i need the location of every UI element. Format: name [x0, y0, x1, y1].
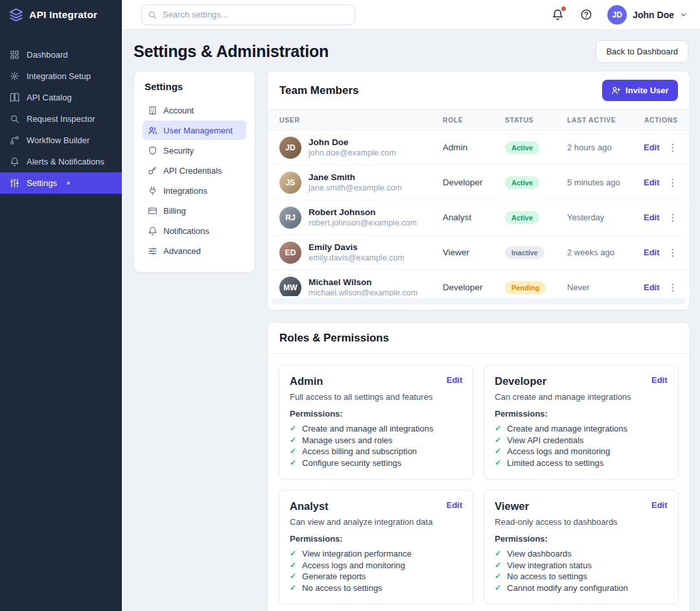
role-description: Can create and manage integrations [495, 392, 667, 402]
check-icon: ✓ [290, 446, 296, 457]
team-members-title: Team Members [279, 84, 359, 97]
search-icon [10, 114, 19, 124]
avatar: JD [279, 137, 301, 159]
check-icon: ✓ [290, 548, 296, 560]
edit-role-link[interactable]: Edit [651, 500, 668, 510]
edit-member-link[interactable]: Edit [644, 248, 660, 257]
table-scroll-strip[interactable] [272, 298, 686, 305]
role-card-header: Analyst Edit [290, 500, 462, 513]
kebab-menu-icon[interactable]: ⋮ [668, 213, 678, 222]
settings-item-advanced[interactable]: Advanced [143, 241, 246, 260]
check-icon: ✓ [495, 457, 501, 469]
check-icon: ✓ [290, 435, 296, 446]
edit-member-link[interactable]: Edit [644, 143, 660, 152]
member-role: Viewer [443, 248, 505, 257]
member-email: jane.smith@example.com [309, 183, 402, 192]
help-button[interactable] [579, 8, 593, 22]
invite-user-button[interactable]: Invite User [602, 80, 677, 101]
edit-member-link[interactable]: Edit [644, 178, 660, 187]
settings-item-api-credentials[interactable]: API Credentials [143, 161, 246, 180]
sidebar-item-dashboard[interactable]: Dashboard [0, 44, 122, 65]
permission-item: ✓Cannot modify any configuration [495, 582, 667, 594]
status-badge: Inactive [505, 246, 544, 259]
column-last-active: LAST ACTIVE [567, 116, 644, 124]
notifications-button[interactable] [550, 8, 565, 22]
edit-member-link[interactable]: Edit [644, 282, 660, 292]
check-icon: ✓ [290, 560, 296, 571]
user-menu[interactable]: JD John Doe [607, 5, 687, 25]
permission-text: Cannot modify any configuration [507, 582, 627, 594]
settings-item-security[interactable]: Security [143, 141, 246, 160]
settings-indicator-dot [67, 181, 70, 185]
building-icon [148, 106, 158, 115]
permissions-label: Permissions: [290, 534, 462, 544]
edit-role-link[interactable]: Edit [447, 375, 463, 385]
sidebar-item-label: Alerts & Notifications [27, 157, 104, 167]
sidebar-item-label: Workflow Builder [27, 135, 89, 145]
invite-user-label: Invite User [625, 86, 668, 95]
edit-role-link[interactable]: Edit [447, 500, 463, 510]
edit-member-link[interactable]: Edit [644, 213, 660, 222]
sidebar-item-workflow-builder[interactable]: Workflow Builder [0, 130, 122, 151]
brand: API Integrator [0, 0, 122, 30]
permission-text: Generate reports [302, 571, 366, 582]
sidebar-item-api-catalog[interactable]: API Catalog [0, 87, 122, 108]
permission-text: Manage users and roles [302, 435, 392, 446]
permission-text: Access logs and monitoring [507, 446, 610, 457]
permission-item: ✓Access billing and subscription [290, 446, 462, 457]
permission-item: ✓Access logs and monitoring [495, 446, 667, 457]
roles-permissions-card: Roles & Permissions Admin Edit Full acce… [267, 322, 690, 611]
plug-icon [148, 186, 158, 196]
kebab-menu-icon[interactable]: ⋮ [668, 178, 678, 187]
permissions-label: Permissions: [290, 409, 462, 419]
permission-text: Create and manage integrations [507, 423, 627, 435]
permission-text: Create and manage all integrations [302, 423, 433, 435]
permissions-list: ✓View integration performance✓Access log… [290, 548, 462, 594]
check-icon: ✓ [290, 571, 296, 582]
permission-item: ✓View integration performance [290, 548, 462, 560]
kebab-menu-icon[interactable]: ⋮ [668, 143, 678, 152]
member-role: Analyst [443, 213, 505, 222]
settings-item-account[interactable]: Account [143, 100, 246, 120]
sidebar-item-integration-setup[interactable]: Integration Setup [0, 65, 122, 87]
column-role: ROLE [443, 116, 505, 124]
actions-cell: Edit ⋮ [644, 178, 678, 187]
search-icon [148, 10, 157, 19]
sidebar-item-label: API Catalog [27, 93, 71, 102]
role-card-header: Developer Edit [495, 375, 667, 387]
user-plus-icon [611, 86, 621, 95]
sidebar-item-settings[interactable]: Settings [0, 172, 122, 194]
user-cell: JD John Doe john.doe@example.com [279, 137, 443, 159]
sidebar-item-request-inspector[interactable]: Request Inspector [0, 108, 122, 130]
content-layout: Settings Account User Management Securit… [122, 71, 700, 611]
settings-item-billing[interactable]: Billing [143, 201, 246, 220]
permissions-label: Permissions: [495, 409, 667, 419]
member-role: Developer [443, 282, 505, 292]
member-role: Developer [443, 178, 505, 187]
table-body: JD John Doe john.doe@example.com Admin A… [268, 130, 690, 296]
column-actions: ACTIONS [644, 116, 678, 124]
sidebar: API Integrator Dashboard Integration Set… [0, 0, 122, 611]
settings-item-integrations[interactable]: Integrations [143, 181, 246, 200]
settings-item-user-management[interactable]: User Management [143, 121, 246, 140]
permission-item: ✓View API credentials [495, 435, 667, 446]
sidebar-item-alerts-notifications[interactable]: Alerts & Notifications [0, 151, 122, 172]
actions-cell: Edit ⋮ [644, 213, 678, 222]
status-badge: Active [505, 211, 539, 224]
back-to-dashboard-button[interactable]: Back to Dashboard [596, 40, 688, 63]
permission-item: ✓No access to settings [495, 571, 667, 582]
permission-item: ✓Create and manage integrations [495, 423, 667, 435]
settings-panel-title: Settings [143, 81, 246, 92]
permission-text: Access billing and subscription [302, 446, 417, 457]
table-row: ED Emily Davis emily.davis@example.com V… [268, 235, 690, 270]
check-icon: ✓ [290, 423, 296, 435]
sidebar-item-label: Settings [27, 178, 57, 188]
member-name: Emily Davis [309, 242, 404, 252]
search-input[interactable] [141, 5, 355, 25]
settings-item-notifications[interactable]: Notifications [143, 221, 246, 240]
kebab-menu-icon[interactable]: ⋮ [668, 282, 678, 292]
member-name: Jane Smith [309, 172, 402, 182]
kebab-menu-icon[interactable]: ⋮ [668, 248, 678, 257]
edit-role-link[interactable]: Edit [651, 375, 668, 385]
user-cell: ED Emily Davis emily.davis@example.com [279, 242, 443, 264]
